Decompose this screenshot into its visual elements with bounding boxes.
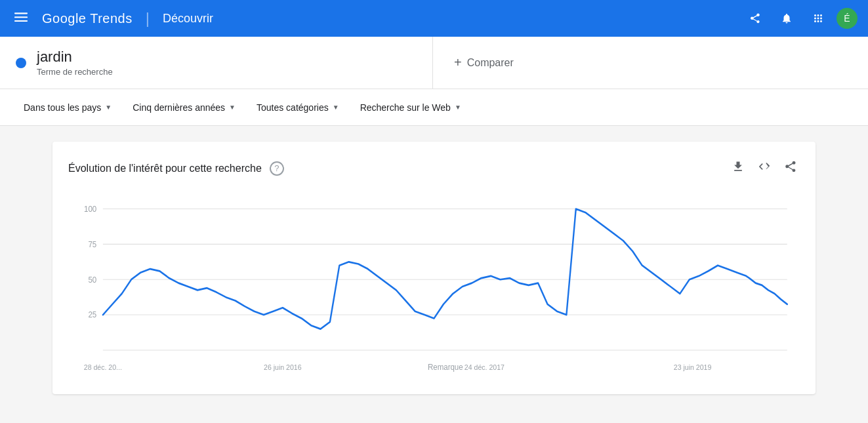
svg-text:50: 50 <box>88 275 96 285</box>
svg-rect-0 <box>14 12 28 14</box>
main-content: Évolution de l'intérêt pour cette recher… <box>0 126 868 423</box>
svg-text:75: 75 <box>88 239 96 249</box>
share-button[interactable] <box>742 5 768 31</box>
header-divider: | <box>146 9 150 28</box>
search-bar: jardin Terme de recherche + Comparer <box>0 37 868 89</box>
svg-text:28 déc. 20...: 28 déc. 20... <box>84 363 122 372</box>
notification-button[interactable] <box>774 5 800 31</box>
filter-category-label: Toutes catégories <box>257 102 329 113</box>
filter-type[interactable]: Recherche sur le Web ▼ <box>352 98 469 117</box>
trend-chart: 100 75 50 25 28 déc. 20... 26 juin 2016 <box>68 195 800 378</box>
chart-header: Évolution de l'intérêt pour cette recher… <box>68 157 800 179</box>
chevron-down-icon: ▼ <box>105 104 112 111</box>
filter-period-label: Cinq dernières années <box>133 102 225 113</box>
download-button[interactable] <box>729 157 747 179</box>
search-term-section: jardin Terme de recherche <box>0 37 433 89</box>
svg-text:25: 25 <box>88 310 96 320</box>
chevron-down-icon: ▼ <box>229 104 236 111</box>
chevron-down-icon: ▼ <box>455 104 461 111</box>
filters-bar: Dans tous les pays ▼ Cinq dernières anné… <box>0 89 868 126</box>
chart-actions <box>729 157 800 179</box>
filter-category[interactable]: Toutes catégories ▼ <box>249 98 347 117</box>
filter-period[interactable]: Cinq dernières années ▼ <box>125 98 243 117</box>
share-chart-button[interactable] <box>781 157 800 179</box>
svg-text:26 juin 2016: 26 juin 2016 <box>264 363 302 372</box>
chart-title-row: Évolution de l'intérêt pour cette recher… <box>68 161 284 176</box>
svg-rect-2 <box>14 20 28 22</box>
compare-label: Comparer <box>467 57 514 69</box>
page-title: Découvrir <box>163 12 213 26</box>
header-actions: É <box>742 5 858 31</box>
compare-plus-icon: + <box>454 55 462 70</box>
svg-rect-1 <box>14 16 28 18</box>
term-type: Terme de recherche <box>37 67 113 77</box>
chart-title: Évolution de l'intérêt pour cette recher… <box>68 163 262 174</box>
svg-text:23 juin 2019: 23 juin 2019 <box>674 363 712 372</box>
chevron-down-icon: ▼ <box>333 104 339 111</box>
term-color-dot <box>16 58 26 68</box>
filter-country-label: Dans tous les pays <box>24 102 101 113</box>
menu-icon[interactable] <box>10 10 31 27</box>
chart-container: 100 75 50 25 28 déc. 20... 26 juin 2016 <box>68 195 800 378</box>
compare-button[interactable]: + Comparer <box>433 37 868 89</box>
svg-text:Remarque: Remarque <box>428 362 463 372</box>
filter-country[interactable]: Dans tous les pays ▼ <box>16 98 119 117</box>
app-logo: Google Trends <box>42 11 133 26</box>
app-header: Google Trends | Découvrir É <box>0 0 868 37</box>
apps-button[interactable] <box>805 5 831 31</box>
search-term-text: jardin Terme de recherche <box>37 49 113 77</box>
help-icon[interactable]: ? <box>270 161 284 176</box>
embed-button[interactable] <box>755 157 774 179</box>
user-avatar[interactable]: É <box>837 8 858 29</box>
filter-type-label: Recherche sur le Web <box>360 102 451 113</box>
chart-card: Évolution de l'intérêt pour cette recher… <box>52 142 816 394</box>
svg-text:24 déc. 2017: 24 déc. 2017 <box>465 363 505 372</box>
svg-text:100: 100 <box>84 204 96 214</box>
term-name: jardin <box>37 49 113 66</box>
